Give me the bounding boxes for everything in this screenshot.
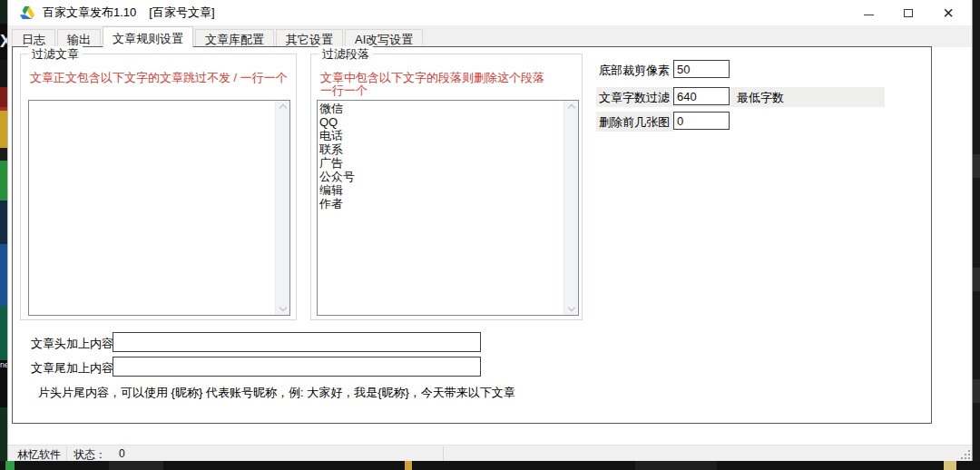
filter-article-textarea[interactable] <box>29 101 275 315</box>
desktop-fragment <box>0 148 7 161</box>
tab-bar: 日志 输出 文章规则设置 文章库配置 其它设置 AI改写设置 <box>8 25 972 47</box>
desktop-fragment: X <box>0 24 7 60</box>
bottom-crop-label: 底部裁剪像素： <box>599 63 681 79</box>
tab-ai-rewrite[interactable]: AI改写设置 <box>345 29 423 47</box>
statusbar-divider <box>443 446 444 461</box>
filter-paragraph-hint-line1: 文章中包含以下文字的段落则删除这个段落 <box>320 71 544 84</box>
article-rules-panel: 过滤文章 文章正文包含以下文字的文章跳过不发 / 一行一个 过滤段落 文章中包含… <box>12 46 932 424</box>
minimize-icon <box>864 15 874 15</box>
close-button[interactable]: × <box>928 0 968 25</box>
desktop-fragment <box>109 461 163 470</box>
tab-log[interactable]: 日志 <box>12 29 55 47</box>
desktop-text-fragment: ne <box>0 360 7 369</box>
app-icon <box>20 6 34 19</box>
close-icon: × <box>943 4 954 22</box>
desktop-fragment <box>944 461 956 470</box>
desktop-fragment <box>5 461 15 470</box>
desktop-fragment <box>973 268 980 291</box>
desktop-strip-right <box>973 0 980 470</box>
filter-paragraph-scrollbar[interactable] <box>564 101 578 315</box>
filter-paragraph-textarea[interactable]: 微信 QQ 电话 联系 广告 公众号 编辑 作者 <box>318 101 564 315</box>
tab-output[interactable]: 输出 <box>57 29 101 47</box>
filter-paragraph-legend: 过滤段落 <box>318 46 373 63</box>
titlebar[interactable]: 百家文章发布1.10 [百家号文章] × <box>8 0 972 25</box>
filter-paragraph-groupbox: 过滤段落 文章中包含以下文字的段落则删除这个段落 一行一个 微信 QQ 电话 联… <box>310 54 583 320</box>
scroll-up-icon[interactable] <box>279 104 286 112</box>
maximize-icon <box>904 9 913 17</box>
desktop-fragment <box>0 161 7 201</box>
article-head-input[interactable] <box>113 332 481 352</box>
filter-article-groupbox: 过滤文章 文章正文包含以下文字的文章跳过不发 / 一行一个 <box>20 54 297 320</box>
window-controls: × <box>848 0 968 25</box>
desktop-fragment <box>0 201 7 244</box>
desktop-fragment <box>0 244 7 306</box>
filter-article-scrollbar[interactable] <box>275 101 289 315</box>
desktop-fragment <box>405 461 412 470</box>
desktop-fragment <box>0 0 7 24</box>
word-filter-label: 文章字数过滤： <box>599 90 681 106</box>
desktop-fragment <box>635 461 717 470</box>
app-window: 百家文章发布1.10 [百家号文章] × 日志 输出 文章规则设置 文章库配置 … <box>7 0 973 461</box>
article-tail-input[interactable] <box>113 357 481 377</box>
word-filter-input[interactable] <box>673 87 730 105</box>
desktop-fragment <box>973 154 980 178</box>
scroll-down-icon[interactable] <box>567 304 574 311</box>
statusbar-divider <box>66 446 67 461</box>
article-tail-label: 文章尾加上内容： <box>31 360 125 377</box>
desktop-fragment <box>0 107 7 148</box>
delete-images-input[interactable] <box>673 112 730 130</box>
maximize-button[interactable] <box>888 0 928 25</box>
tab-article-rules[interactable]: 文章规则设置 <box>103 26 193 47</box>
filter-article-textbox <box>28 100 290 316</box>
tab-other-settings[interactable]: 其它设置 <box>276 29 343 47</box>
scroll-up-icon[interactable] <box>567 104 574 112</box>
window-subtitle: [百家号文章] <box>149 5 214 21</box>
nickname-usage-hint: 片头片尾内容，可以使用 {昵称} 代表账号昵称，例: 大家好，我是{昵称}，今天… <box>38 385 515 401</box>
desktop-fragment <box>0 60 7 87</box>
statusbar-status-value: 0 <box>119 447 125 460</box>
filter-paragraph-textbox: 微信 QQ 电话 联系 广告 公众号 编辑 作者 <box>317 100 579 316</box>
desktop-fragment <box>0 306 7 360</box>
bottom-crop-input[interactable] <box>673 60 730 78</box>
desktop-fragment <box>0 87 7 107</box>
desktop-fragment: ne <box>0 360 7 407</box>
delete-images-label: 删除前几张图： <box>599 114 681 131</box>
desktop-icons-strip-left: X ne <box>0 0 7 470</box>
filter-article-hint: 文章正文包含以下文字的文章跳过不发 / 一行一个 <box>30 71 288 84</box>
article-head-label: 文章头加上内容： <box>31 336 125 352</box>
word-filter-suffix: 最低字数 <box>737 90 784 106</box>
minimize-button[interactable] <box>848 0 888 25</box>
scroll-down-icon[interactable] <box>279 304 286 311</box>
tab-article-library[interactable]: 文章库配置 <box>195 29 274 47</box>
status-bar: 林忆软件 状态： 0 <box>8 445 972 461</box>
desktop-fragment <box>973 379 980 403</box>
resize-grip[interactable] <box>961 450 970 459</box>
filter-article-legend: 过滤文章 <box>28 46 83 63</box>
window-title: 百家文章发布1.10 <box>43 5 136 21</box>
desktop-strip-bottom <box>0 461 980 470</box>
filter-paragraph-hint-line2: 一行一个 <box>320 83 368 97</box>
